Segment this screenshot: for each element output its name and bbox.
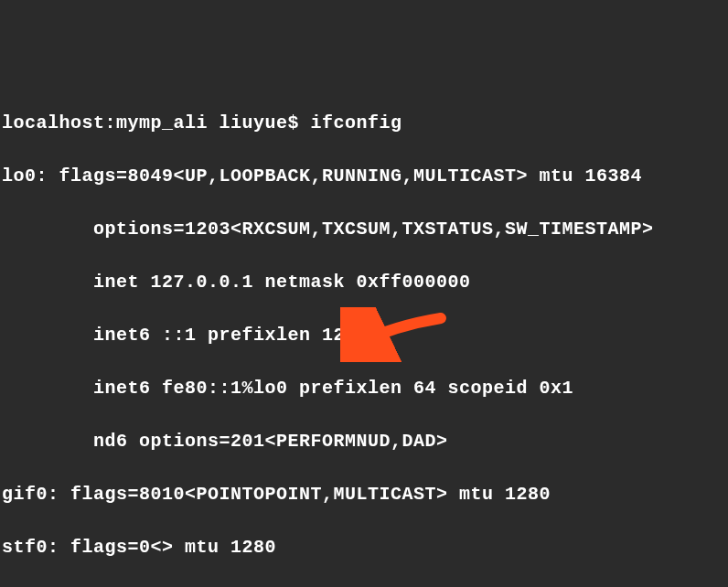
terminal-output-line: inet6 ::1 prefixlen 128 — [2, 322, 726, 348]
terminal-output-line: inet 127.0.0.1 netmask 0xff000000 — [2, 269, 726, 295]
terminal-output-line: options=1203<RXCSUM,TXCSUM,TXSTATUS,SW_T… — [2, 216, 726, 242]
terminal-prompt-line: localhost:mymp_ali liuyue$ ifconfig — [2, 110, 726, 136]
terminal-output-line: inet6 fe80::1%lo0 prefixlen 64 scopeid 0… — [2, 375, 726, 401]
terminal-output-line: stf0: flags=0<> mtu 1280 — [2, 534, 726, 560]
terminal-output-line: nd6 options=201<PERFORMNUD,DAD> — [2, 428, 726, 454]
terminal-output-line: lo0: flags=8049<UP,LOOPBACK,RUNNING,MULT… — [2, 163, 726, 189]
terminal-output-line: gif0: flags=8010<POINTOPOINT,MULTICAST> … — [2, 481, 726, 507]
